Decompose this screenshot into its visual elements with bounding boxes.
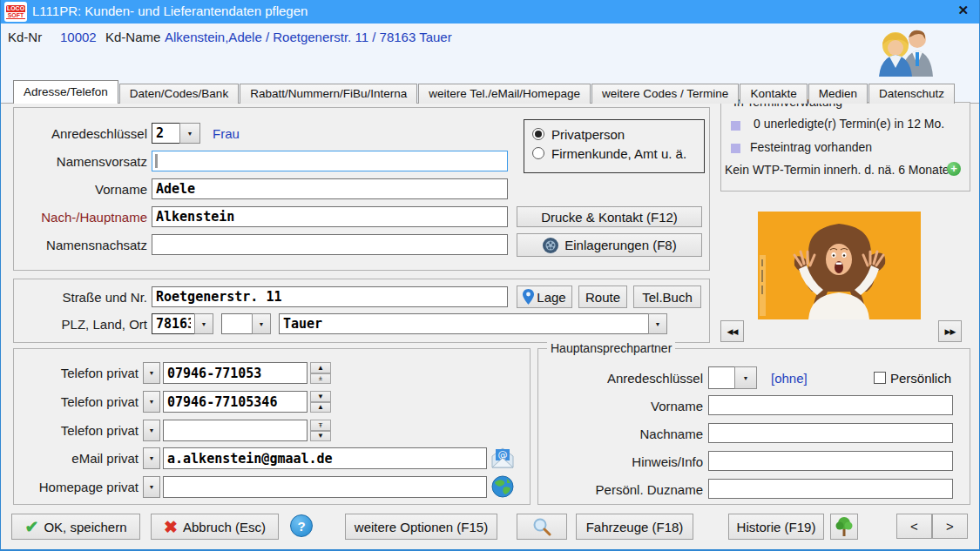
- customer-photo[interactable]: [758, 212, 921, 319]
- partner-duzname-label: Persönl. Duzname: [541, 482, 703, 497]
- telefon-privat-label: Telefon privat: [13, 366, 139, 380]
- kdnr-value: 10002: [60, 30, 97, 44]
- namensvorsatz-input[interactable]: [152, 151, 508, 171]
- telefon-privat-input-3[interactable]: [163, 420, 308, 441]
- partner-nachname-input[interactable]: [708, 423, 953, 443]
- help-button[interactable]: ?: [290, 514, 313, 537]
- window-title: L111PR: Kunden- und Lieferantendaten pfl…: [32, 3, 308, 18]
- chevron-down-icon: ▼: [201, 321, 207, 327]
- telefon-type-dropdown-button[interactable]: ▼: [143, 362, 160, 384]
- weitere-optionen-button[interactable]: weitere Optionen (F15): [345, 514, 497, 540]
- tab-kontakte[interactable]: Kontakte: [740, 84, 807, 104]
- close-icon[interactable]: ✕: [957, 3, 969, 18]
- question-icon: ?: [297, 519, 305, 534]
- anrede-input[interactable]: [152, 123, 180, 144]
- termin-row3: Kein WTP-Termin innerh. d. nä. 6 Monate: [725, 163, 950, 177]
- anrede-dropdown-button[interactable]: ▼: [179, 123, 200, 144]
- land-input[interactable]: [221, 313, 253, 334]
- partner-anrede-dropdown-button[interactable]: ▼: [734, 366, 757, 389]
- persoenlich-label: Persönlich: [890, 371, 951, 386]
- land-dropdown-button[interactable]: ▼: [252, 313, 271, 334]
- ort-input[interactable]: [279, 313, 649, 334]
- chevron-down-icon: ▼: [149, 399, 155, 405]
- tab-adresse-telefon[interactable]: Adresse/Telefon: [13, 80, 118, 104]
- partner-hinweis-input[interactable]: [708, 451, 953, 471]
- historie-button[interactable]: Historie (F19): [728, 514, 824, 540]
- customer-persons-icon: [872, 26, 942, 78]
- chevron-down-icon: ▼: [149, 370, 155, 376]
- move-up-button[interactable]: ▲: [310, 402, 331, 413]
- title-bar: LOCO SOFT L111PR: Kunden- und Lieferante…: [1, 0, 979, 24]
- status-square-icon: [731, 121, 740, 131]
- anrede-resolved-text: Frau: [213, 126, 240, 141]
- tab-medien[interactable]: Medien: [808, 84, 868, 104]
- telefon-type-dropdown-button[interactable]: ▼: [143, 420, 160, 441]
- namensnachsatz-input[interactable]: [152, 234, 508, 255]
- termin-row2: Festeintrag vorhanden: [750, 140, 872, 154]
- partner-anrede-input[interactable]: [708, 366, 735, 389]
- lage-button[interactable]: Lage: [517, 286, 572, 308]
- photo-prev-button[interactable]: ◀◀: [720, 320, 744, 342]
- tab-weitere-codes-termine[interactable]: weitere Codes / Termine: [591, 84, 739, 104]
- homepage-privat-input[interactable]: [163, 476, 487, 498]
- email-privat-input[interactable]: [163, 447, 487, 469]
- einlagerungen-button[interactable]: Einlagerungen (F8): [517, 233, 702, 257]
- send-email-icon[interactable]: @: [490, 446, 515, 469]
- chevron-down-icon: ▼: [149, 427, 155, 433]
- drucke-kontakt-button[interactable]: Drucke & Kontakt (F12): [517, 206, 702, 227]
- prev-icon: ◀◀: [727, 327, 738, 336]
- tab-datenschutz[interactable]: Datenschutz: [868, 84, 955, 104]
- tab-weitere-tel-email-homepage[interactable]: weitere Tel./eMail/Homepage: [418, 84, 591, 104]
- radio-firmenkunde[interactable]: [532, 147, 544, 159]
- kdname-label: Kd-Name: [105, 30, 160, 44]
- plz-land-ort-label: PLZ, Land, Ort: [13, 317, 147, 332]
- telefon-privat-label: Telefon privat: [13, 423, 139, 438]
- telbuch-button[interactable]: Tel.Buch: [633, 286, 701, 308]
- add-wtp-termin-icon[interactable]: +: [947, 162, 961, 176]
- record-prev-button[interactable]: <: [896, 514, 932, 539]
- tab-rabatt-nummern-fibu-interna[interactable]: Rabatt/Nummern/FiBu/Interna: [240, 84, 417, 104]
- tree-view-button[interactable]: [830, 514, 858, 540]
- move-top-button[interactable]: ±: [310, 373, 331, 384]
- fahrzeuge-button[interactable]: Fahrzeuge (F18): [576, 514, 693, 540]
- email-type-dropdown-button[interactable]: ▼: [143, 447, 160, 469]
- namensvorsatz-label: Namensvorsatz: [13, 154, 147, 169]
- namensnachsatz-label: Namensnachsatz: [13, 238, 147, 252]
- telefon-privat-input-2[interactable]: [163, 391, 308, 413]
- persoenlich-checkbox[interactable]: [874, 372, 886, 384]
- partner-panel-title: Hauptansprechpartner: [547, 341, 675, 355]
- radio-firmenkunde-label: Firmenkunde, Amt u. ä.: [551, 146, 686, 161]
- record-next-button[interactable]: >: [932, 514, 968, 539]
- partner-duzname-input[interactable]: [708, 479, 953, 499]
- plz-input[interactable]: [152, 313, 195, 334]
- route-button[interactable]: Route: [578, 286, 627, 308]
- email-privat-label: eMail privat: [13, 451, 139, 466]
- ort-dropdown-button[interactable]: ▼: [648, 313, 667, 334]
- nachname-input[interactable]: [152, 206, 508, 227]
- text-caret: [155, 154, 158, 168]
- search-button[interactable]: [517, 514, 567, 540]
- plz-dropdown-button[interactable]: ▼: [194, 313, 213, 334]
- ok-speichern-button[interactable]: ✔ OK, speichern: [11, 514, 140, 540]
- partner-anrede-label: Anredeschlüssel: [541, 371, 703, 386]
- telefon-type-dropdown-button[interactable]: ▼: [143, 391, 160, 413]
- tire-icon: [542, 237, 559, 254]
- move-down-button[interactable]: ▼: [310, 431, 331, 441]
- kdname-value: Alkenstein,Adele / Roetgenerstr. 11 / 78…: [165, 30, 452, 44]
- telefon-privat-input-1[interactable]: [163, 362, 308, 384]
- move-up-button[interactable]: ▲: [310, 362, 331, 373]
- move-bottom-button[interactable]: Ŧ: [310, 420, 331, 431]
- move-down-button[interactable]: ▼: [310, 391, 331, 402]
- strasse-input[interactable]: [152, 286, 508, 307]
- partner-vorname-input[interactable]: [708, 395, 953, 415]
- photo-next-button[interactable]: ▶▶: [938, 320, 962, 342]
- abbruch-button[interactable]: ✖ Abbruch (Esc): [151, 514, 279, 540]
- radio-privatperson[interactable]: [532, 128, 544, 140]
- tab-strip: Adresse/Telefon Daten/Codes/Bank Rabatt/…: [13, 83, 956, 104]
- nachname-label: Nach-/Hauptname: [13, 210, 147, 225]
- globe-icon[interactable]: [491, 475, 514, 498]
- vorname-input[interactable]: [152, 178, 508, 199]
- tab-daten-codes-bank[interactable]: Daten/Codes/Bank: [119, 84, 239, 104]
- partner-ohne-text: [ohne]: [771, 371, 808, 386]
- homepage-type-dropdown-button[interactable]: ▼: [143, 476, 160, 498]
